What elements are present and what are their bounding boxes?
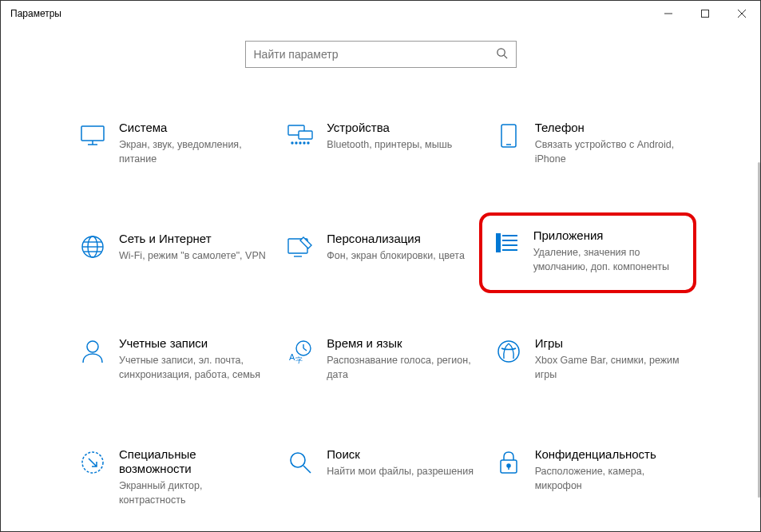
time-language-icon: A字 [287, 338, 314, 365]
svg-rect-30 [497, 239, 500, 242]
tile-privacy[interactable]: Конфиденциальность Расположение, камера,… [489, 443, 688, 512]
tile-ease-of-access[interactable]: Специальные возможности Экранный диктор,… [73, 443, 272, 512]
tile-sub: Xbox Game Bar, снимки, режим игры [535, 354, 682, 382]
settings-grid: Система Экран, звук, уведомления, питани… [33, 116, 728, 512]
svg-rect-31 [497, 244, 500, 247]
tile-title: Время и язык [327, 336, 474, 351]
svg-line-36 [303, 348, 307, 351]
search-tile-icon [287, 449, 314, 476]
svg-point-12 [295, 142, 297, 144]
tile-devices[interactable]: Устройства Bluetooth, принтеры, мышь [280, 116, 480, 171]
tile-sub: Фон, экран блокировки, цвета [327, 249, 474, 264]
display-icon [79, 122, 106, 149]
svg-point-11 [291, 142, 293, 144]
tile-search[interactable]: Поиск Найти мои файлы, разрешения [280, 443, 480, 512]
tile-accounts[interactable]: Учетные записи Учетные записи, эл. почта… [73, 332, 272, 387]
tile-sub: Удаление, значения по умолчанию, доп. ко… [533, 246, 682, 274]
minimize-button[interactable] [650, 1, 687, 26]
svg-text:字: 字 [295, 356, 303, 363]
devices-icon [287, 122, 314, 149]
svg-rect-16 [501, 125, 516, 147]
svg-point-15 [307, 142, 309, 144]
tile-sub: Экранный диктор, контрастность [119, 479, 266, 507]
titlebar: Параметры [1, 1, 760, 26]
tile-title: Приложения [533, 228, 682, 243]
svg-line-42 [303, 466, 311, 473]
svg-text:A: A [289, 352, 295, 362]
tile-sub: Wi-Fi, режим "в самолете", VPN [119, 249, 266, 264]
svg-point-13 [299, 142, 301, 144]
tile-gaming[interactable]: Игры Xbox Game Bar, снимки, режим игры [489, 332, 688, 387]
globe-icon [79, 233, 106, 260]
tile-system[interactable]: Система Экран, звук, уведомления, питани… [73, 116, 272, 171]
tile-sub: Связать устройство с Android, iPhone [535, 138, 682, 166]
tile-time-language[interactable]: A字 Время и язык Распознавание голоса, ре… [280, 332, 480, 387]
tile-title: Сеть и Интернет [119, 232, 266, 246]
window-controls [650, 1, 760, 26]
svg-rect-32 [497, 248, 500, 252]
svg-point-41 [291, 453, 305, 467]
tile-sub: Найти мои файлы, разрешения [327, 465, 474, 479]
tile-title: Учетные записи [119, 336, 266, 351]
close-button[interactable] [723, 1, 760, 26]
scrollbar-thumb[interactable] [758, 162, 760, 498]
tile-personalization[interactable]: Персонализация Фон, экран блокировки, цв… [280, 227, 480, 276]
svg-point-14 [303, 142, 305, 144]
tile-sub: Bluetooth, принтеры, мышь [327, 138, 474, 153]
search-input[interactable] [254, 48, 496, 61]
accounts-icon [79, 338, 106, 365]
tile-sub: Экран, звук, уведомления, питание [119, 138, 266, 166]
tile-title: Телефон [535, 121, 682, 135]
tile-title: Система [119, 121, 266, 135]
tile-title: Специальные возможности [119, 447, 266, 476]
tile-phone[interactable]: Телефон Связать устройство с Android, iP… [489, 116, 688, 171]
tile-title: Конфиденциальность [535, 447, 682, 462]
apps-icon [493, 230, 521, 257]
tile-sub: Расположение, камера, микрофон [535, 465, 682, 493]
svg-rect-1 [702, 10, 709, 18]
tile-sub: Распознавание голоса, регион, дата [327, 354, 474, 382]
svg-rect-29 [497, 234, 500, 237]
tile-title: Устройства [327, 121, 474, 135]
search-box[interactable] [245, 41, 517, 68]
search-icon [496, 47, 508, 62]
tile-title: Игры [535, 336, 682, 351]
svg-line-5 [504, 55, 507, 58]
tile-title: Поиск [327, 447, 474, 462]
search-wrap [33, 41, 728, 68]
scrollbar[interactable] [755, 26, 760, 531]
privacy-icon [495, 449, 522, 476]
ease-of-access-icon [79, 449, 106, 476]
svg-rect-6 [81, 126, 104, 141]
phone-icon [495, 122, 522, 149]
svg-rect-10 [299, 131, 312, 139]
tile-sub: Учетные записи, эл. почта, синхронизация… [119, 354, 266, 382]
maximize-button[interactable] [687, 1, 723, 26]
window-title: Параметры [10, 8, 61, 19]
svg-point-4 [497, 48, 504, 55]
content-area: Система Экран, звук, уведомления, питани… [1, 26, 760, 531]
gaming-icon [495, 338, 522, 365]
tile-apps[interactable]: Приложения Удаление, значения по умолчан… [479, 212, 696, 293]
svg-point-33 [87, 341, 98, 352]
personalization-icon [287, 233, 314, 260]
tile-title: Персонализация [327, 232, 474, 246]
tile-network[interactable]: Сеть и Интернет Wi-Fi, режим "в самолете… [73, 227, 272, 276]
